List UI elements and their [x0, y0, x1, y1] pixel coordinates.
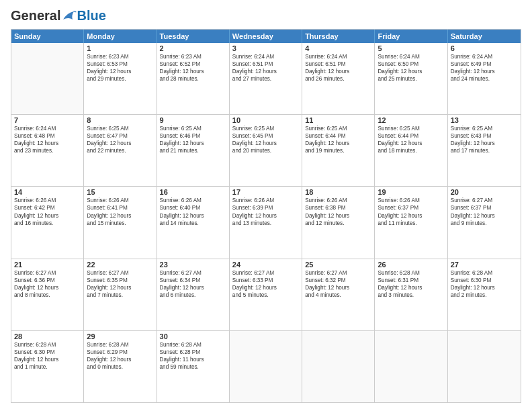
cell-info-line: and 17 minutes. — [451, 147, 518, 154]
cell-info-line: and 20 minutes. — [232, 147, 299, 154]
cell-info-line: Sunset: 6:46 PM — [160, 132, 226, 140]
cell-info-line: Daylight: 12 hours — [451, 212, 518, 220]
day-number: 20 — [451, 188, 518, 196]
cell-info-line: Sunrise: 6:27 AM — [451, 197, 518, 204]
cell-info-line: Daylight: 12 hours — [87, 140, 153, 147]
day-header-friday: Friday — [375, 30, 447, 43]
calendar-cell: 16Sunrise: 6:26 AMSunset: 6:40 PMDayligh… — [157, 187, 230, 258]
cell-info-line: Sunset: 6:34 PM — [160, 277, 226, 284]
header: General Blue — [11, 8, 521, 24]
cell-info-line: Sunrise: 6:24 AM — [451, 53, 518, 60]
cell-info-line: Sunset: 6:32 PM — [305, 277, 371, 284]
cell-info-line: Sunset: 6:44 PM — [305, 132, 371, 140]
calendar-grid: SundayMondayTuesdayWednesdayThursdayFrid… — [11, 29, 521, 403]
cell-info-line: and 23 minutes. — [14, 147, 81, 154]
calendar-cell: 2Sunrise: 6:23 AMSunset: 6:52 PMDaylight… — [157, 43, 230, 114]
day-header-wednesday: Wednesday — [230, 30, 302, 43]
cell-info-line: Sunrise: 6:26 AM — [14, 197, 81, 204]
cell-info-line: Sunrise: 6:27 AM — [14, 269, 81, 277]
calendar-row-3: 21Sunrise: 6:27 AMSunset: 6:36 PMDayligh… — [11, 259, 521, 330]
day-number: 1 — [87, 44, 153, 52]
cell-info-line: and 29 minutes. — [87, 75, 153, 83]
cell-info-line: Sunrise: 6:25 AM — [87, 125, 153, 132]
cell-info-line: and 12 minutes. — [305, 220, 371, 227]
cell-info-line: Sunset: 6:30 PM — [451, 277, 518, 284]
calendar-cell: 8Sunrise: 6:25 AMSunset: 6:47 PMDaylight… — [84, 115, 157, 186]
cell-info-line: and 8 minutes. — [14, 291, 81, 299]
cell-info-line: and 24 minutes. — [451, 75, 518, 83]
day-number: 11 — [305, 116, 371, 124]
calendar-cell: 3Sunrise: 6:24 AMSunset: 6:51 PMDaylight… — [230, 43, 302, 114]
cell-info-line: and 1 minute. — [14, 363, 81, 371]
cell-info-line: and 13 minutes. — [232, 220, 299, 227]
calendar-cell: 14Sunrise: 6:26 AMSunset: 6:42 PMDayligh… — [11, 187, 84, 258]
calendar-cell — [448, 331, 521, 402]
cell-info-line: and 11 minutes. — [378, 220, 444, 227]
cell-info-line: Daylight: 12 hours — [232, 212, 299, 220]
calendar-cell — [302, 331, 375, 402]
cell-info-line: Sunset: 6:30 PM — [14, 349, 81, 356]
cell-info-line: Daylight: 12 hours — [87, 284, 153, 291]
cell-info-line: Sunrise: 6:27 AM — [305, 269, 371, 277]
calendar-cell: 25Sunrise: 6:27 AMSunset: 6:32 PMDayligh… — [302, 259, 375, 330]
calendar-cell: 18Sunrise: 6:26 AMSunset: 6:38 PMDayligh… — [302, 187, 375, 258]
cell-info-line: Sunrise: 6:27 AM — [232, 269, 299, 277]
day-number: 6 — [451, 44, 518, 52]
calendar-cell: 12Sunrise: 6:25 AMSunset: 6:44 PMDayligh… — [375, 115, 447, 186]
calendar-cell: 13Sunrise: 6:25 AMSunset: 6:43 PMDayligh… — [448, 115, 521, 186]
calendar-cell: 23Sunrise: 6:27 AMSunset: 6:34 PMDayligh… — [157, 259, 230, 330]
cell-info-line: Daylight: 12 hours — [160, 140, 226, 147]
cell-info-line: Sunset: 6:51 PM — [305, 60, 371, 68]
cell-info-line: and 2 minutes. — [451, 291, 518, 299]
day-number: 8 — [87, 116, 153, 124]
cell-info-line: Sunrise: 6:25 AM — [451, 125, 518, 132]
cell-info-line: Daylight: 12 hours — [232, 68, 299, 75]
cell-info-line: Daylight: 12 hours — [232, 284, 299, 291]
calendar-cell: 20Sunrise: 6:27 AMSunset: 6:37 PMDayligh… — [448, 187, 521, 258]
day-number: 5 — [378, 44, 444, 52]
cell-info-line: Daylight: 12 hours — [87, 356, 153, 363]
calendar-row-0: 1Sunrise: 6:23 AMSunset: 6:53 PMDaylight… — [11, 43, 521, 114]
cell-info-line: Sunset: 6:49 PM — [451, 60, 518, 68]
cell-info-line: Sunset: 6:48 PM — [14, 132, 81, 140]
cell-info-line: Sunrise: 6:23 AM — [87, 53, 153, 60]
cell-info-line: Sunset: 6:50 PM — [378, 60, 444, 68]
cell-info-line: and 15 minutes. — [87, 220, 153, 227]
cell-info-line: Daylight: 12 hours — [305, 68, 371, 75]
day-number: 14 — [14, 188, 81, 196]
day-number: 24 — [232, 261, 299, 269]
cell-info-line: and 27 minutes. — [232, 75, 299, 83]
cell-info-line: and 14 minutes. — [160, 220, 226, 227]
day-number: 3 — [232, 44, 299, 52]
cell-info-line: Sunset: 6:41 PM — [87, 204, 153, 212]
cell-info-line: Daylight: 12 hours — [160, 68, 226, 75]
day-number: 22 — [87, 261, 153, 269]
cell-info-line: Sunrise: 6:26 AM — [160, 197, 226, 204]
cell-info-line: Sunset: 6:43 PM — [451, 132, 518, 140]
cell-info-line: Sunrise: 6:27 AM — [87, 269, 153, 277]
cell-info-line: Daylight: 12 hours — [451, 68, 518, 75]
calendar-cell: 5Sunrise: 6:24 AMSunset: 6:50 PMDaylight… — [375, 43, 447, 114]
calendar-cell: 17Sunrise: 6:26 AMSunset: 6:39 PMDayligh… — [230, 187, 302, 258]
day-number: 30 — [160, 332, 226, 340]
cell-info-line: Daylight: 12 hours — [87, 68, 153, 75]
calendar-cell: 15Sunrise: 6:26 AMSunset: 6:41 PMDayligh… — [84, 187, 157, 258]
day-number: 15 — [87, 188, 153, 196]
cell-info-line: Daylight: 11 hours — [160, 356, 226, 363]
cell-info-line: and 28 minutes. — [160, 75, 226, 83]
day-number: 10 — [232, 116, 299, 124]
calendar-cell: 7Sunrise: 6:24 AMSunset: 6:48 PMDaylight… — [11, 115, 84, 186]
day-number: 19 — [378, 188, 444, 196]
cell-info-line: Sunrise: 6:24 AM — [378, 53, 444, 60]
cell-info-line: Sunset: 6:44 PM — [378, 132, 444, 140]
cell-info-line: Sunrise: 6:25 AM — [378, 125, 444, 132]
cell-info-line: and 4 minutes. — [305, 291, 371, 299]
cell-info-line: Daylight: 12 hours — [14, 140, 81, 147]
cell-info-line: and 6 minutes. — [160, 291, 226, 299]
cell-info-line: and 19 minutes. — [305, 147, 371, 154]
cell-info-line: Sunset: 6:53 PM — [87, 60, 153, 68]
cell-info-line: Sunrise: 6:28 AM — [451, 269, 518, 277]
calendar-cell: 24Sunrise: 6:27 AMSunset: 6:33 PMDayligh… — [230, 259, 302, 330]
cell-info-line: and 16 minutes. — [14, 220, 81, 227]
cell-info-line: and 3 minutes. — [378, 291, 444, 299]
